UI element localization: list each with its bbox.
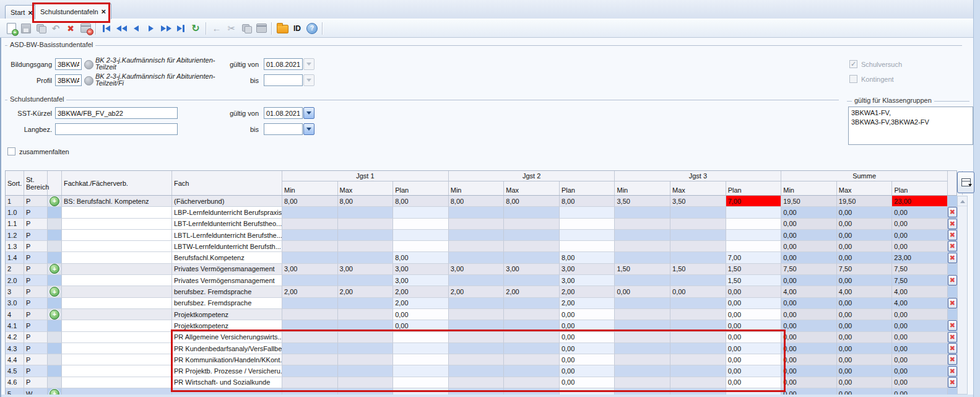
cell-j1-plan[interactable] — [393, 377, 449, 388]
delete-row-button[interactable]: ✖ — [948, 320, 957, 331]
cell-j1-plan[interactable] — [393, 219, 449, 230]
cell-j2-plan[interactable]: 0,00 — [560, 320, 615, 331]
cell-j3-plan[interactable] — [726, 388, 782, 395]
column-settings-button[interactable] — [957, 172, 974, 193]
cell-j2-plan[interactable] — [560, 241, 615, 252]
delete-row-button[interactable]: ✖ — [948, 253, 957, 263]
scroll-up-button[interactable] — [958, 196, 967, 206]
cell-j2-plan[interactable]: 0,00 — [560, 354, 615, 365]
table-row-4.6[interactable]: 4.6PPR Wirtschaft- und Sozialkunde0,000,… — [6, 377, 957, 388]
table-row-5[interactable]: 5W+0,000,000,00 — [6, 388, 957, 395]
nav-next-button[interactable] — [144, 22, 158, 35]
table-row-4[interactable]: 4P+Projektkompetenz0,000,000,000,000,000… — [6, 309, 957, 320]
bildungsgang-input[interactable] — [55, 58, 82, 70]
nav-last-button[interactable] — [174, 22, 188, 35]
cell-actions[interactable]: ✖ — [948, 241, 957, 252]
table-row-2.0[interactable]: 2.0PPrivates Vermögensmanagement3,003,00… — [6, 275, 957, 286]
delete-row-button[interactable]: ✖ — [948, 343, 957, 354]
cell-j2-plan[interactable]: 0,00 — [560, 332, 615, 343]
delete-row-button[interactable]: ✖ — [948, 366, 957, 377]
tab-start-close-icon[interactable]: × — [28, 9, 33, 17]
add-row-button[interactable]: + — [50, 287, 59, 297]
cell-add[interactable]: + — [48, 309, 62, 320]
nav-forward-button[interactable] — [159, 22, 173, 35]
cell-actions[interactable]: ✖ — [948, 252, 957, 263]
cell-j2-plan[interactable]: 8,00 — [560, 252, 615, 263]
table-row-2[interactable]: 2P+Privates Vermögensmanagement3,003,003… — [6, 264, 957, 275]
cell-j1-plan[interactable] — [393, 332, 449, 343]
cell-actions[interactable]: ✖ — [948, 332, 957, 343]
cell-j3-plan[interactable] — [726, 241, 782, 252]
nav-rewind-button[interactable] — [115, 22, 128, 35]
cell-actions[interactable]: ✖ — [948, 343, 957, 354]
open-folder-button[interactable] — [275, 22, 289, 35]
new-record-button[interactable]: + — [4, 22, 18, 35]
sst-gueltig-von-dropdown-icon[interactable] — [303, 107, 314, 119]
cell-actions[interactable]: ✖ — [948, 275, 957, 286]
cell-j3-plan[interactable] — [726, 207, 782, 218]
cell-j3-plan[interactable]: 0,00 — [726, 377, 782, 388]
profil-input[interactable] — [55, 74, 82, 86]
table-row-4.2[interactable]: 4.2PPR Allgemeine Versicherungswirts...0… — [6, 332, 957, 343]
cell-actions[interactable]: ✖ — [948, 207, 957, 218]
delete-row-button[interactable]: ✖ — [948, 354, 957, 365]
delete-row-button[interactable]: ✖ — [948, 219, 957, 229]
table-row-1.3[interactable]: 1.3PLBTW-Lernfeldunterricht Berufsth...0… — [6, 241, 957, 252]
tab-schulstundentafeln[interactable]: Schulstundentafeln × — [35, 3, 111, 19]
delete-row-button[interactable]: ✖ — [948, 207, 957, 217]
sst-kuerzel-input[interactable] — [55, 107, 178, 119]
table-row-1.2[interactable]: 1.2PLBTL-Lernfeldunterricht Berufsthe...… — [6, 230, 957, 241]
cell-add[interactable]: + — [48, 388, 62, 395]
table-row-1.1[interactable]: 1.1PLBT-Lernfeldunterricht Berufstheo...… — [6, 219, 957, 230]
cell-j1-plan[interactable]: 0,00 — [393, 320, 449, 331]
cell-j2-plan[interactable]: 2,00 — [560, 298, 615, 309]
langbez-input[interactable] — [55, 123, 178, 135]
cell-j2-plan[interactable]: 0,00 — [560, 377, 615, 388]
cell-j1-plan[interactable]: 2,00 — [393, 298, 449, 309]
basis-bis-input[interactable] — [264, 74, 303, 86]
cell-actions[interactable]: ✖ — [948, 354, 957, 365]
cell-j3-plan[interactable]: 7,00 — [726, 252, 782, 263]
delete-row-button[interactable]: ✖ — [948, 275, 957, 286]
cell-j3-plan[interactable]: 0,00 — [726, 298, 782, 309]
cell-j1-plan[interactable] — [393, 207, 449, 218]
delete-row-button[interactable]: ✖ — [948, 241, 957, 251]
cell-j2-plan[interactable] — [560, 230, 615, 241]
cell-j1-plan[interactable] — [393, 365, 449, 377]
cell-actions[interactable]: ✖ — [948, 219, 957, 230]
cell-j2-plan[interactable] — [560, 388, 615, 395]
cell-j2-plan[interactable]: 3,00 — [560, 275, 615, 286]
sst-bis-input[interactable] — [264, 123, 303, 135]
cell-actions[interactable]: ✖ — [948, 230, 957, 241]
cell-j1-plan[interactable]: 3,00 — [393, 275, 449, 286]
id-button[interactable]: ID — [290, 22, 304, 35]
cell-j1-plan[interactable] — [393, 388, 449, 395]
zusammenfalten-checkbox[interactable] — [7, 147, 15, 155]
delete-row-button[interactable]: ✖ — [948, 377, 957, 388]
tab-schulstundentafeln-close-icon[interactable]: × — [102, 7, 106, 15]
table-row-1.0[interactable]: 1.0PLBP-Lernfeldunterricht Berufspraxis0… — [6, 207, 957, 218]
cell-j2-plan[interactable] — [560, 207, 615, 218]
cell-add[interactable]: + — [48, 264, 62, 275]
help-button[interactable]: ? — [305, 22, 319, 35]
cell-j1-plan[interactable] — [393, 343, 449, 354]
cell-j2-plan[interactable]: 0,00 — [560, 365, 615, 377]
add-row-button[interactable]: + — [50, 389, 59, 395]
table-row-3[interactable]: 3P+berufsbez. Fremdsprache2,002,002,002,… — [6, 286, 957, 297]
table-row-4.3[interactable]: 4.3PPR Kundenbedarfsanaly/VersFallbea0,0… — [6, 343, 957, 354]
cell-j3-plan[interactable]: 0,00 — [726, 354, 782, 365]
cell-j2-plan[interactable] — [560, 219, 615, 230]
table-row-1.4[interactable]: 1.4PBerufsfachl.Kompetenz8,008,007,000,0… — [6, 252, 957, 263]
delete-button[interactable]: ✖ — [64, 22, 77, 35]
tab-start[interactable]: Start × — [5, 5, 38, 19]
cell-actions[interactable]: ✖ — [948, 377, 957, 388]
cell-j1-plan[interactable] — [393, 230, 449, 241]
basis-gueltig-von-input[interactable] — [264, 58, 303, 70]
cell-j3-plan[interactable]: 0,00 — [726, 332, 782, 343]
cell-j3-plan[interactable] — [726, 230, 782, 241]
cell-add[interactable]: + — [48, 286, 62, 297]
add-row-button[interactable]: + — [50, 264, 59, 274]
refresh-button[interactable]: ↻ — [189, 22, 202, 35]
cell-j3-plan[interactable]: 0,00 — [726, 365, 782, 377]
vertical-scrollbar[interactable] — [957, 196, 968, 395]
